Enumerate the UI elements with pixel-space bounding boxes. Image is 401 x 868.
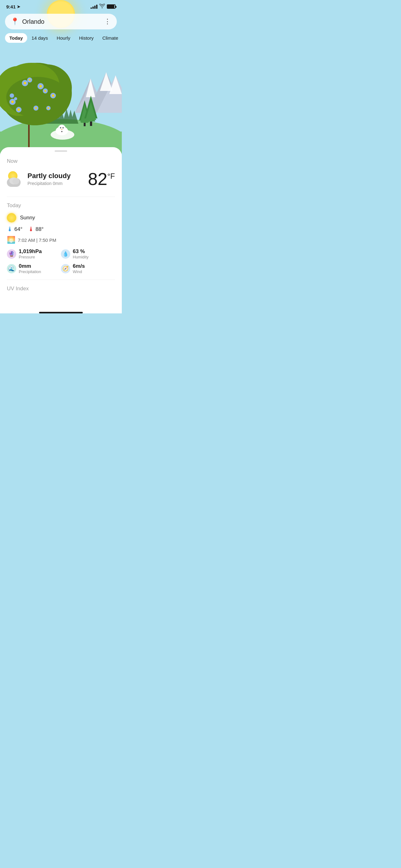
home-indicator bbox=[39, 312, 83, 313]
more-options-button[interactable]: ⋮ bbox=[104, 18, 111, 26]
svg-point-31 bbox=[10, 93, 14, 98]
uv-section-label: UV Index bbox=[7, 286, 115, 296]
now-section-label: Now bbox=[0, 158, 122, 169]
today-section-label: Today bbox=[7, 203, 115, 213]
svg-point-43 bbox=[39, 85, 42, 88]
high-temp: 🌡 88° bbox=[28, 226, 44, 233]
location-search-bar[interactable]: 📍 Orlando ⋮ bbox=[5, 14, 117, 29]
today-section: Today Sunny 🌡 64° 🌡 88° 🌅 7:02 AM | 7:50… bbox=[0, 203, 122, 274]
wifi-icon bbox=[99, 4, 105, 9]
svg-point-56 bbox=[61, 131, 63, 132]
uv-divider bbox=[7, 280, 115, 280]
tab-14days[interactable]: 14 days bbox=[27, 33, 53, 43]
tab-today[interactable]: Today bbox=[5, 33, 27, 43]
svg-point-41 bbox=[11, 101, 14, 103]
svg-point-53 bbox=[60, 127, 61, 128]
sunrise-icon: 🌅 bbox=[7, 236, 15, 244]
humidity-stat: 💧 63 % Humidity bbox=[61, 248, 115, 259]
thermometer-hot-icon: 🌡 bbox=[28, 226, 34, 233]
card-handle bbox=[55, 150, 67, 152]
svg-point-42 bbox=[24, 82, 26, 84]
section-divider bbox=[7, 196, 115, 197]
now-weather-row: Partly cloudy Precipitation 0mm 82°F bbox=[0, 169, 122, 196]
pressure-icon: 🔮 bbox=[7, 249, 16, 259]
signal-icon bbox=[91, 5, 97, 9]
partly-cloudy-icon bbox=[7, 171, 24, 187]
wind-icon: 🧭 bbox=[61, 264, 70, 273]
svg-point-47 bbox=[29, 79, 31, 81]
wind-stat: 🧭 6m/s Wind bbox=[61, 263, 115, 274]
svg-point-44 bbox=[52, 94, 54, 97]
navigation-tabs: Today 14 days Hourly History Climate Map bbox=[0, 33, 122, 47]
pressure-stat: 🔮 1,019hPa Pressure bbox=[7, 248, 61, 259]
svg-point-55 bbox=[62, 129, 63, 130]
weather-scene-illustration bbox=[0, 47, 122, 153]
sunrise-sunset-row: 🌅 7:02 AM | 7:50 PM bbox=[7, 236, 115, 244]
tab-hourly[interactable]: Hourly bbox=[53, 33, 75, 43]
svg-point-32 bbox=[14, 97, 17, 100]
sunny-icon bbox=[7, 213, 16, 222]
svg-point-48 bbox=[44, 90, 46, 92]
precipitation-icon: 🌊 bbox=[7, 264, 16, 273]
now-condition-text: Partly cloudy Precipitation 0mm bbox=[28, 172, 71, 186]
low-temp: 🌡 64° bbox=[7, 226, 23, 233]
tab-climate[interactable]: Climate bbox=[98, 33, 122, 43]
today-stats-grid: 🔮 1,019hPa Pressure 💧 63 % Humidity 🌊 0m… bbox=[7, 248, 115, 274]
weather-detail-card: Now Partly cloudy Precipitation 0mm 82°F bbox=[0, 147, 122, 313]
city-name: Orlando bbox=[22, 18, 44, 25]
svg-point-45 bbox=[18, 108, 20, 111]
status-icons bbox=[91, 4, 115, 9]
svg-point-54 bbox=[63, 127, 64, 128]
location-pin-icon: 📍 bbox=[11, 18, 19, 26]
today-condition-text: Sunny bbox=[20, 215, 35, 221]
temperature-range-row: 🌡 64° 🌡 88° bbox=[7, 226, 115, 233]
today-condition-row: Sunny bbox=[7, 213, 115, 222]
svg-point-46 bbox=[35, 107, 37, 109]
humidity-icon: 💧 bbox=[61, 249, 70, 259]
battery-icon bbox=[107, 4, 115, 9]
uv-index-section: UV Index bbox=[0, 286, 122, 306]
now-temperature: 82°F bbox=[88, 169, 115, 189]
thermometer-cold-icon: 🌡 bbox=[7, 226, 13, 233]
status-left: 9:41 ➤ bbox=[6, 4, 20, 9]
location-arrow-icon: ➤ bbox=[17, 4, 20, 9]
sunrise-sunset-times: 7:02 AM | 7:50 PM bbox=[18, 238, 56, 243]
tab-history[interactable]: History bbox=[75, 33, 98, 43]
time-display: 9:41 bbox=[6, 4, 15, 9]
precipitation-stat: 🌊 0mm Precipitation bbox=[7, 263, 61, 274]
now-condition-left: Partly cloudy Precipitation 0mm bbox=[7, 171, 71, 187]
svg-point-49 bbox=[47, 107, 49, 109]
search-left: 📍 Orlando bbox=[11, 18, 44, 26]
